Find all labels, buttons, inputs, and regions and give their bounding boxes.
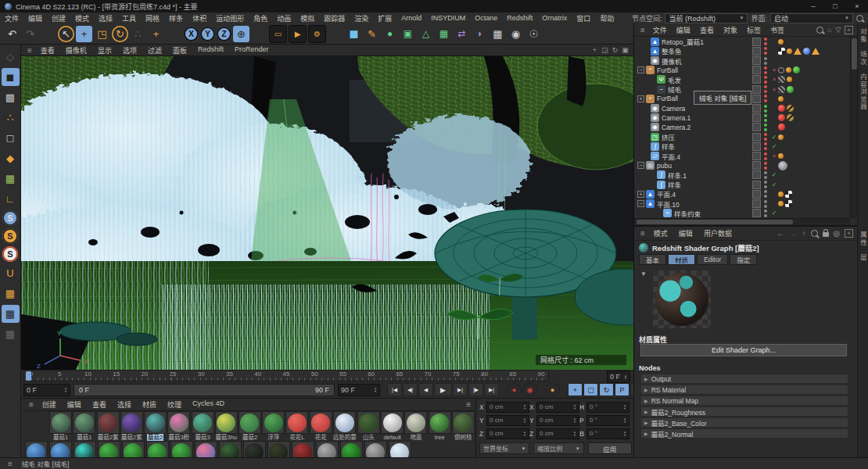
object-tag[interactable] (794, 48, 802, 55)
visibility-dots[interactable] (764, 133, 767, 141)
range-slider[interactable]: 0 F90 F (74, 384, 335, 396)
state-mark[interactable]: ✓ (770, 134, 778, 141)
transport-button[interactable]: P (615, 383, 629, 396)
object-name[interactable]: 样条 (668, 180, 752, 189)
attribute-menu-item[interactable]: 模式 (648, 228, 673, 238)
object-tag[interactable] (787, 105, 794, 112)
toolbar-button[interactable]: ▣ (400, 26, 416, 42)
coordinate-input[interactable]: 0 cm▲▼ (486, 415, 529, 426)
viewport-menu-item[interactable]: 过滤 (142, 45, 167, 55)
edit-shader-graph-button[interactable]: Edit Shader Graph... (640, 344, 847, 356)
object-tag[interactable] (778, 105, 785, 112)
menu-item[interactable]: 运动图形 (211, 13, 249, 23)
horizontal-scrollbar[interactable] (634, 218, 850, 225)
node-row[interactable]: ▶ 蘑菇2_Roughness (640, 406, 848, 417)
search-icon[interactable] (856, 15, 863, 22)
mode-button[interactable]: S (2, 210, 18, 226)
toolbar-button[interactable]: ☉ (525, 26, 542, 42)
object-row[interactable]: ◉ Camera.1 (634, 113, 850, 123)
object-row[interactable]: + ▲ 平面.4 (634, 189, 850, 199)
menu-item[interactable]: 工具 (117, 13, 141, 23)
lock-icon[interactable] (823, 232, 829, 237)
search-icon[interactable] (816, 27, 823, 34)
object-tag[interactable] (793, 66, 800, 73)
menu-item[interactable]: 跟踪器 (319, 13, 350, 23)
transport-button[interactable]: ◀| (403, 383, 418, 396)
toolbar-button[interactable]: ∴ (130, 26, 146, 42)
object-tag[interactable] (803, 48, 810, 55)
node-row[interactable]: ▶ RS Normal Map (640, 396, 848, 406)
toolbar-button[interactable]: ✎ (364, 26, 380, 42)
mode-button[interactable]: ◻ (2, 129, 20, 147)
object-row[interactable]: ∫ 样条 ✓ (634, 180, 850, 189)
back-icon[interactable]: ← (777, 229, 785, 238)
material-item[interactable] (339, 441, 363, 458)
enable-toggle[interactable] (752, 123, 761, 131)
visibility-dots[interactable] (764, 162, 767, 170)
material-menu-item[interactable]: 纹理 (162, 399, 187, 410)
visibility-dots[interactable] (764, 95, 767, 102)
state-mark[interactable]: × (770, 66, 778, 73)
expand-toggle[interactable]: − (637, 162, 644, 169)
object-tag[interactable] (778, 124, 785, 131)
dock-tab[interactable]: 对象 (859, 28, 868, 43)
object-name[interactable]: 平面.10 (657, 199, 752, 209)
toolbar-button[interactable]: ● (382, 26, 398, 42)
mode-button[interactable]: U (2, 264, 20, 282)
menu-item[interactable]: 动画 (272, 13, 296, 23)
coordinate-input[interactable]: 0 °▲▼ (586, 415, 629, 426)
object-row[interactable]: ▱ 平面.4 × (634, 151, 850, 160)
toolbar-button[interactable]: ◉ (508, 26, 524, 42)
enable-toggle[interactable] (752, 38, 761, 46)
enable-toggle[interactable] (752, 209, 761, 217)
enable-toggle[interactable] (752, 113, 761, 122)
material-item[interactable]: 蘑菇3粉 (167, 411, 190, 441)
object-row[interactable]: Ψ 毛发 × (634, 75, 850, 84)
frame-end-field[interactable]: 90 F▲▼ (338, 384, 380, 396)
object-row[interactable]: ∫ 样条 ✓ (634, 141, 850, 151)
expand-toggle[interactable]: − (637, 66, 644, 73)
burger-icon[interactable]: ≡ (24, 46, 35, 55)
toolbar-button[interactable]: ↻ (112, 26, 128, 42)
object-tag[interactable] (812, 48, 820, 55)
object-row[interactable]: ▲ 整条鱼 (634, 46, 850, 55)
material-menu-item[interactable]: 材质 (137, 399, 162, 410)
object-tag[interactable] (778, 192, 784, 197)
object-row[interactable]: ◉ 摄像机 (634, 55, 850, 65)
material-item[interactable]: 蘑菇2紫 (120, 411, 143, 441)
toolbar-button[interactable] (328, 26, 344, 42)
material-item[interactable] (291, 441, 314, 458)
object-name[interactable]: pubu (657, 162, 752, 170)
toolbar-button[interactable] (251, 26, 267, 42)
material-item[interactable] (218, 441, 242, 458)
menu-item[interactable]: Ornatrix (537, 14, 572, 22)
view-nav-icon[interactable]: + (590, 45, 600, 55)
object-menu-item[interactable]: 文件 (648, 25, 672, 35)
menu-item[interactable]: 帮助 (595, 13, 619, 23)
mode-button[interactable]: ◆ (2, 149, 20, 167)
transport-button[interactable]: |▶ (468, 383, 483, 396)
menu-item[interactable]: Octane (470, 14, 502, 22)
object-menu-item[interactable]: 编辑 (672, 25, 695, 35)
object-row[interactable]: ∫ 样条.1 ✓ (634, 170, 850, 180)
expand-toggle[interactable]: + (637, 191, 644, 198)
visibility-dots[interactable] (764, 57, 767, 65)
viewport-menu-item[interactable]: ProRender (229, 45, 274, 55)
coordinate-input[interactable]: 0 cm▲▼ (486, 402, 529, 413)
viewport-menu-item[interactable]: 面板 (167, 45, 192, 55)
material-item[interactable] (97, 441, 120, 458)
mode-button[interactable]: ▦ (2, 170, 20, 188)
object-name[interactable]: 平面.4 (662, 152, 752, 161)
menu-item[interactable]: 角色 (249, 13, 272, 23)
toolbar-button[interactable]: + (76, 26, 92, 42)
menu-item[interactable]: 编辑 (23, 13, 47, 23)
visibility-dots[interactable] (764, 76, 767, 84)
visibility-dots[interactable] (764, 142, 767, 150)
object-tag[interactable] (778, 96, 784, 102)
target-icon[interactable]: ◎ (834, 229, 841, 238)
material-item[interactable] (24, 441, 48, 458)
transport-button[interactable]: ▶ (434, 383, 452, 396)
visibility-dots[interactable] (764, 209, 767, 217)
material-item[interactable] (121, 441, 145, 458)
object-menu-item[interactable]: 书签 (766, 25, 789, 35)
